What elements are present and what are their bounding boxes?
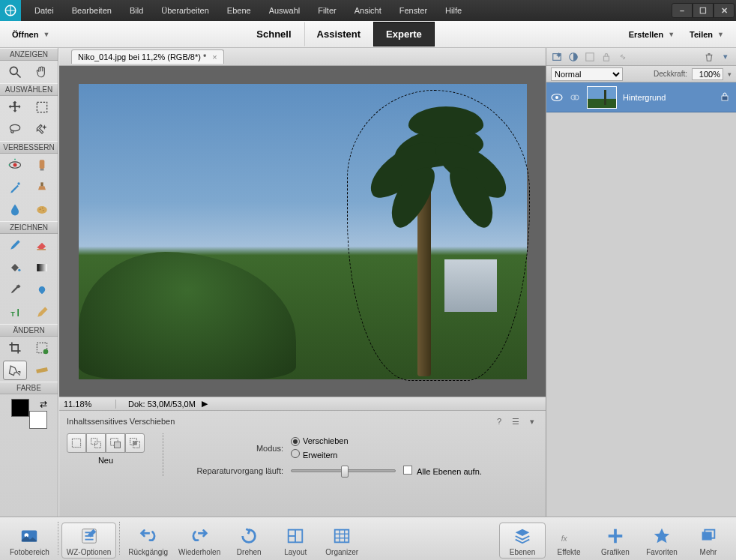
foreground-color[interactable]	[11, 399, 29, 417]
chevron-down-icon[interactable]: ▾	[526, 415, 538, 427]
mode-extend-radio[interactable]: Erweitern	[291, 449, 349, 460]
organizer-button[interactable]: Organizer	[319, 523, 365, 559]
menu-edit[interactable]: Bearbeiten	[64, 3, 119, 18]
marquee-tool[interactable]	[30, 97, 54, 117]
selection-new[interactable]	[67, 433, 86, 453]
hand-tool[interactable]	[30, 62, 54, 82]
recompose-tool[interactable]	[30, 338, 54, 358]
menu-enhance[interactable]: Überarbeiten	[154, 3, 217, 18]
menu-help[interactable]: Hilfe	[438, 3, 469, 18]
all-layers-checkbox[interactable]: Alle Ebenen aufn.	[403, 466, 482, 476]
lock-layer-icon[interactable]	[599, 50, 614, 64]
blend-mode-select[interactable]: Normal	[551, 67, 623, 81]
delete-layer-icon[interactable]	[702, 50, 717, 64]
quick-select-tool[interactable]	[30, 120, 54, 139]
tab-expert[interactable]: Experte	[373, 22, 435, 46]
adjustment-layer-icon[interactable]	[582, 50, 597, 64]
opacity-caret-icon[interactable]: ▾	[728, 70, 732, 78]
menu-select[interactable]: Auswahl	[262, 3, 308, 18]
options-menu-icon[interactable]: ☰	[510, 415, 522, 427]
close-tab-icon[interactable]: ×	[212, 52, 217, 61]
tab-quick[interactable]: Schnell	[244, 22, 304, 46]
lasso-tool[interactable]	[3, 120, 27, 139]
eyedropper-tool[interactable]	[3, 280, 27, 300]
redo-button[interactable]: Wiederholen	[173, 523, 226, 559]
tab-guided[interactable]: Assistent	[304, 22, 374, 46]
svg-point-14	[40, 208, 41, 210]
canvas-area[interactable]	[59, 66, 546, 397]
tool-options-button[interactable]: WZ-Optionen	[61, 523, 116, 559]
more-icon	[696, 525, 720, 547]
shape-tool[interactable]	[30, 280, 54, 300]
svg-point-6	[13, 163, 17, 167]
redeye-tool[interactable]	[3, 155, 27, 175]
straighten-tool[interactable]	[30, 361, 54, 380]
graphics-icon	[603, 525, 627, 547]
svg-rect-19	[37, 264, 46, 271]
menu-file[interactable]: Datei	[27, 3, 61, 18]
opacity-value[interactable]: 100%	[692, 68, 723, 80]
canvas[interactable]	[79, 84, 527, 379]
undo-button[interactable]: Rückgängig	[123, 523, 173, 559]
zoom-tool[interactable]	[3, 62, 27, 82]
more-button[interactable]: Mehr	[685, 523, 732, 559]
new-layer-icon[interactable]	[549, 50, 564, 64]
gradient-tool[interactable]	[30, 258, 54, 277]
repair-slider[interactable]	[291, 469, 396, 472]
menu-image[interactable]: Bild	[122, 3, 151, 18]
layer-row-background[interactable]: Hintergrund	[546, 82, 736, 112]
background-color[interactable]	[29, 411, 47, 429]
selection-intersect[interactable]	[125, 433, 145, 453]
doc-info: Dok: 53,0M/53,0M	[116, 400, 196, 409]
smart-brush-tool[interactable]	[3, 178, 27, 197]
graphics-button[interactable]: Grafiken	[592, 523, 639, 559]
selection-add[interactable]	[86, 433, 106, 453]
layer-thumbnail[interactable]	[587, 86, 617, 109]
content-aware-move-tool[interactable]	[3, 361, 27, 380]
color-swatch[interactable]: ⇄	[11, 399, 47, 429]
doc-info-menu-icon[interactable]: ▶	[202, 399, 208, 409]
panel-menu-icon[interactable]: ▾	[718, 50, 733, 64]
clone-stamp-tool[interactable]	[30, 178, 54, 197]
swap-colors-icon[interactable]: ⇄	[40, 399, 47, 409]
lock-icon[interactable]	[720, 91, 732, 103]
blur-tool[interactable]	[3, 200, 27, 220]
paint-bucket-tool[interactable]	[3, 258, 27, 277]
link-layers-icon[interactable]	[615, 50, 630, 64]
share-button[interactable]: Teilen▼	[684, 27, 730, 42]
favorites-button[interactable]: Favoriten	[639, 523, 685, 559]
window-minimize[interactable]: –	[672, 3, 693, 18]
layer-name[interactable]: Hintergrund	[623, 93, 714, 102]
open-button[interactable]: Öffnen▼	[6, 27, 55, 42]
zoom-display[interactable]: 11.18%	[59, 400, 116, 409]
menu-filter[interactable]: Filter	[310, 3, 343, 18]
window-maximize[interactable]: ☐	[693, 3, 714, 18]
menu-window[interactable]: Fenster	[392, 3, 435, 18]
help-icon[interactable]: ?	[493, 415, 505, 427]
layers-button[interactable]: Ebenen	[499, 523, 546, 559]
photo-bin-button[interactable]: Fotobereich	[4, 523, 55, 559]
sponge-tool[interactable]	[30, 200, 54, 220]
svg-point-13	[37, 206, 46, 214]
move-tool[interactable]	[3, 97, 27, 117]
crop-tool[interactable]	[3, 338, 27, 358]
link-icon[interactable]	[569, 91, 581, 103]
create-button[interactable]: Erstellen▼	[623, 27, 681, 42]
visibility-icon[interactable]	[551, 91, 563, 103]
rotate-button[interactable]: Drehen	[226, 523, 272, 559]
type-tool[interactable]: T	[3, 303, 27, 322]
layout-button[interactable]: Layout	[272, 523, 319, 559]
spot-heal-tool[interactable]	[30, 155, 54, 175]
menu-layer[interactable]: Ebene	[220, 3, 259, 18]
pencil-tool[interactable]	[30, 303, 54, 322]
effects-button[interactable]: fx Effekte	[546, 523, 592, 559]
document-tab[interactable]: Niko_014.jpg bei 11,2% (RGB/8*) * ×	[71, 49, 224, 64]
window-close[interactable]: ✕	[714, 3, 735, 18]
svg-point-15	[43, 210, 44, 211]
selection-subtract[interactable]	[106, 433, 125, 453]
layer-mask-icon[interactable]	[566, 50, 581, 64]
menu-view[interactable]: Ansicht	[347, 3, 389, 18]
brush-tool[interactable]	[3, 235, 27, 255]
mode-move-radio[interactable]: Verschieben	[291, 436, 349, 446]
eraser-tool[interactable]	[30, 235, 54, 255]
